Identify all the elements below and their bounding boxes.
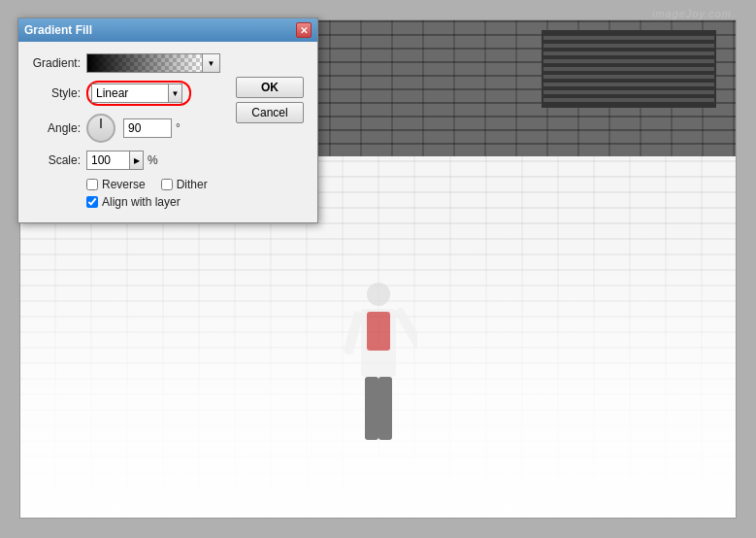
vent-inner-pattern [543, 32, 714, 106]
angle-dial[interactable] [86, 114, 115, 143]
dialog-body: OK Cancel Gradient: ▼ Style: ▼ Angle: [18, 42, 317, 222]
align-checkbox[interactable] [86, 196, 98, 208]
gradient-dropdown-arrow[interactable]: ▼ [203, 53, 220, 73]
vent-grate [542, 30, 716, 108]
scale-input[interactable] [86, 151, 130, 170]
align-row: Align with layer [86, 195, 304, 209]
gradient-fill-dialog: Gradient Fill ✕ OK Cancel Gradient: ▼ St… [17, 17, 318, 223]
dialog-action-buttons: OK Cancel [236, 77, 304, 123]
align-label[interactable]: Align with layer [102, 195, 181, 209]
dither-checkbox[interactable] [161, 179, 173, 190]
reverse-checkbox[interactable] [86, 179, 98, 190]
dither-label[interactable]: Dither [177, 178, 208, 191]
watermark: imageJoy.com [652, 8, 732, 19]
style-dropdown-arrow[interactable]: ▼ [169, 84, 182, 103]
scale-increment-button[interactable]: ▶ [130, 151, 144, 170]
angle-dial-indicator [100, 118, 102, 128]
dialog-close-button[interactable]: ✕ [296, 22, 312, 38]
watermark-text: imageJoy.com [652, 8, 732, 19]
ok-button[interactable]: OK [236, 77, 304, 98]
gradient-overlay-effect [87, 54, 202, 72]
gradient-row: Gradient: ▼ [32, 53, 304, 73]
dialog-title: Gradient Fill [24, 23, 92, 37]
svg-rect-4 [378, 377, 392, 440]
svg-rect-2 [367, 312, 390, 351]
reverse-label[interactable]: Reverse [102, 178, 146, 191]
gradient-preview-swatch[interactable] [86, 53, 203, 73]
percent-symbol: % [148, 153, 158, 167]
angle-label: Angle: [32, 121, 81, 135]
svg-rect-6 [343, 311, 363, 355]
person-figure [340, 275, 417, 488]
gradient-preview-container: ▼ [86, 53, 304, 73]
scale-label: Scale: [32, 153, 81, 167]
svg-point-0 [367, 283, 390, 306]
dither-checkbox-item: Dither [161, 178, 208, 191]
angle-input[interactable] [123, 118, 172, 138]
style-select-wrapper: ▼ [86, 81, 191, 106]
scale-row: Scale: ▶ % [32, 151, 304, 170]
reverse-dither-row: Reverse Dither [86, 178, 304, 191]
degree-symbol: ° [176, 121, 181, 135]
style-label: Style: [32, 86, 81, 100]
gradient-label: Gradient: [32, 56, 81, 70]
dialog-titlebar: Gradient Fill ✕ [18, 18, 317, 42]
svg-rect-3 [365, 377, 378, 440]
style-input[interactable] [91, 84, 169, 103]
cancel-button[interactable]: Cancel [236, 102, 304, 123]
reverse-checkbox-item: Reverse [86, 178, 146, 191]
svg-rect-5 [393, 307, 416, 350]
